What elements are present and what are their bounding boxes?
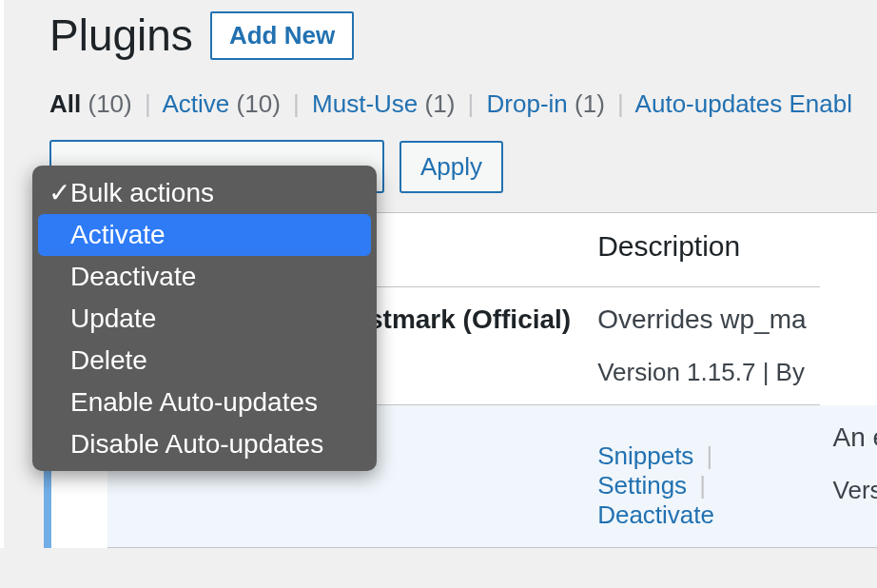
page-title: Plugins: [49, 10, 193, 61]
dropdown-option-update[interactable]: Update: [38, 298, 371, 340]
add-new-button[interactable]: Add New: [210, 11, 354, 60]
filter-all-label: All: [49, 89, 81, 118]
filter-mustuse[interactable]: Must-Use (1): [312, 89, 462, 118]
dropdown-option-label: Disable Auto-updates: [70, 429, 323, 460]
dropdown-option-disable-auto[interactable]: Disable Auto-updates: [38, 423, 371, 465]
separator: |: [287, 89, 305, 118]
description-header: Description: [584, 213, 819, 287]
dropdown-option-label: Update: [70, 304, 156, 334]
row-action-settings[interactable]: Settings: [597, 471, 687, 500]
dropdown-option-deactivate[interactable]: Deactivate: [38, 256, 371, 298]
filter-all-count: (10): [88, 89, 131, 118]
filter-autoupdates-label: Auto-updates Enabl: [635, 89, 852, 118]
dropdown-option-label: Delete: [70, 345, 147, 376]
separator: |: [612, 89, 630, 118]
dropdown-option-bulk-actions[interactable]: ✓ Bulk actions: [38, 171, 371, 214]
row-action-snippets[interactable]: Snippets: [597, 441, 693, 470]
filter-active-label: Active: [163, 89, 230, 118]
row-action-deactivate[interactable]: Deactivate: [597, 500, 714, 529]
filter-dropin-label: Drop-in: [487, 89, 568, 118]
plugin-meta: Version 3.0.1 | By: [833, 476, 877, 505]
dropdown-option-delete[interactable]: Delete: [38, 340, 371, 382]
apply-button[interactable]: Apply: [400, 141, 503, 193]
dropdown-option-enable-auto[interactable]: Enable Auto-updates: [38, 382, 371, 423]
filter-mustuse-count: (1): [425, 89, 456, 118]
separator: |: [139, 89, 157, 118]
filter-subsubsub: All (10) | Active (10) | Must-Use (1) | …: [49, 89, 877, 119]
filter-active[interactable]: Active (10): [163, 89, 288, 118]
bulk-actions-dropdown[interactable]: ✓ Bulk actions Activate Deactivate Updat…: [32, 166, 377, 471]
filter-all[interactable]: All (10): [49, 89, 139, 118]
plugin-description: Overrides wp_ma: [597, 304, 806, 335]
filter-dropin-count: (1): [575, 89, 605, 118]
separator: |: [462, 89, 480, 118]
filter-dropin[interactable]: Drop-in (1): [487, 89, 613, 118]
dropdown-option-label: Deactivate: [70, 262, 196, 292]
filter-autoupdates[interactable]: Auto-updates Enabl: [635, 89, 852, 118]
dropdown-option-label: Enable Auto-updates: [70, 387, 318, 418]
separator: |: [693, 471, 711, 500]
dropdown-option-label: Activate: [70, 220, 166, 250]
dropdown-option-activate[interactable]: Activate: [38, 214, 371, 256]
row-actions: Snippets | Settings | Deactivate: [597, 441, 806, 530]
plugin-meta: Version 1.15.7 | By: [597, 358, 806, 387]
separator: |: [701, 441, 719, 470]
filter-active-count: (10): [237, 89, 281, 118]
filter-mustuse-label: Must-Use: [312, 89, 418, 118]
check-icon: ✓: [48, 177, 70, 208]
dropdown-option-label: Bulk actions: [70, 178, 214, 208]
plugin-description: An easy, clean an: [833, 422, 877, 453]
